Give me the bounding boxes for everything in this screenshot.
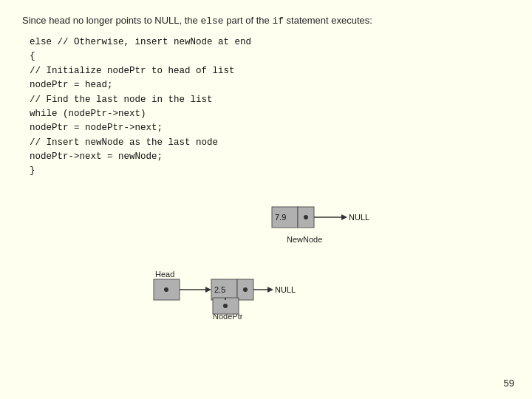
newnode-label: NewNode <box>287 235 322 244</box>
code-line-5: // Find the last node in the list <box>30 93 510 107</box>
null1-label: NULL <box>349 213 369 222</box>
head-to-node-arrowhead <box>205 287 211 293</box>
code-line-4: nodePtr = head; <box>30 78 510 92</box>
page-number: 59 <box>504 378 514 389</box>
head-label: Head <box>155 270 174 279</box>
code-line-8: // Insert newNode as the last node <box>30 136 510 150</box>
code-line-6: while (nodePtr->next) <box>30 107 510 121</box>
node25-ptr-dot <box>243 287 248 292</box>
code-line-10: } <box>30 164 510 178</box>
code-line-2: { <box>30 50 510 64</box>
node25-value: 2.5 <box>214 285 225 294</box>
null2-label: NULL <box>275 285 296 294</box>
newnode-value: 7.9 <box>275 213 286 222</box>
linked-list-diagram: NewNode 7.9 NULL Head 2.5 <box>148 200 399 321</box>
code-line-9: nodePtr->next = newNode; <box>30 150 510 164</box>
newnode-null-arrowhead <box>341 214 347 220</box>
if-keyword: if <box>272 16 284 27</box>
head-ptr-dot <box>164 287 168 292</box>
intro-paragraph: Since head no longer points to NULL, the… <box>22 15 510 27</box>
node25-null-arrowhead <box>267 287 273 293</box>
code-line-7: nodePtr = nodePtr->next; <box>30 121 510 135</box>
newnode-ptr-dot <box>304 215 308 219</box>
code-line-1: else // Otherwise, insert newNode at end <box>30 35 510 50</box>
else-keyword: else <box>200 16 223 27</box>
slide: Since head no longer points to NULL, the… <box>0 0 532 399</box>
code-block: else // Otherwise, insert newNode at end… <box>30 35 510 179</box>
code-line-3: // Initialize nodePtr to head of list <box>30 64 510 78</box>
diagram: NewNode 7.9 NULL Head 2.5 <box>148 200 384 318</box>
nodeptr-dot <box>223 304 228 308</box>
